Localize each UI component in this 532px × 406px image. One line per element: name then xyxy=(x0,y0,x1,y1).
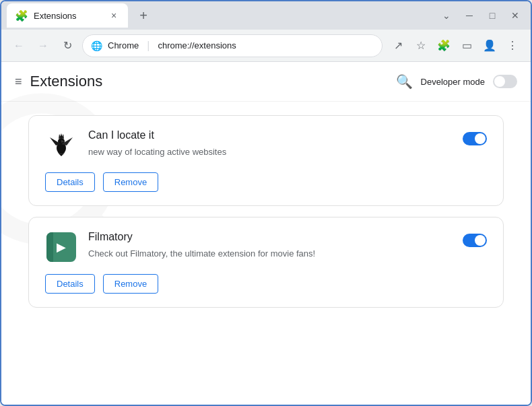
sidebar-button[interactable]: ▭ xyxy=(457,36,477,56)
extensions-button[interactable]: 🧩 xyxy=(434,36,454,56)
extension-toggle-filmatory[interactable] xyxy=(463,234,487,247)
extension-toggle-can-locate[interactable] xyxy=(463,132,487,145)
extension-card-top: Can I locate it new way of locating acti… xyxy=(45,129,487,162)
extensions-header: ≡ Extensions 🔍 Developer mode xyxy=(1,62,531,102)
toggle-switch-filmatory[interactable] xyxy=(463,234,487,247)
address-separator: | xyxy=(147,40,149,52)
address-bar[interactable]: 🌐 Chrome | chrome://extensions xyxy=(82,34,383,57)
remove-button-can-locate[interactable]: Remove xyxy=(103,172,158,192)
extension-name-can-locate: Can I locate it xyxy=(88,129,487,141)
extension-icon-filmatory xyxy=(45,231,77,263)
window-minimize-button[interactable]: ─ xyxy=(459,8,479,23)
filmatory-icon-strips xyxy=(46,232,76,262)
chrome-logo-icon: 🌐 xyxy=(91,40,102,51)
details-button-can-locate[interactable]: Details xyxy=(45,172,95,192)
toolbar-actions: ↗ ☆ 🧩 ▭ 👤 ⋮ xyxy=(388,36,523,56)
extension-card-top-filmatory: Filmatory Check out Filmatory, the ultim… xyxy=(45,231,487,263)
extensions-page: ≡ Extensions 🔍 Developer mode xyxy=(1,62,531,405)
remove-button-filmatory[interactable]: Remove xyxy=(103,274,158,294)
toggle-switch-can-locate[interactable] xyxy=(463,132,487,145)
extension-icon-can-locate xyxy=(45,129,77,162)
browser-toolbar: ← → ↻ 🌐 Chrome | chrome://extensions ↗ ☆… xyxy=(1,30,531,62)
share-button[interactable]: ↗ xyxy=(388,36,408,56)
address-url: chrome://extensions xyxy=(158,40,374,50)
tab-title: Extensions xyxy=(34,11,102,21)
extension-desc-can-locate: new way of locating active websites xyxy=(88,145,487,159)
window-close-button[interactable]: ✕ xyxy=(505,8,525,23)
window-maximize-button[interactable]: □ xyxy=(482,8,502,23)
filmatory-icon xyxy=(46,232,76,262)
refresh-button[interactable]: ↻ xyxy=(58,36,77,55)
sidebar-menu-icon[interactable]: ≡ xyxy=(15,75,22,89)
header-right-controls: 🔍 Developer mode xyxy=(396,73,517,90)
details-button-filmatory[interactable]: Details xyxy=(45,274,95,294)
browser-window: 🧩 Extensions × + ⌄ ─ □ ✕ ← → ↻ 🌐 Chrome … xyxy=(0,0,532,406)
extension-info-can-locate: Can I locate it new way of locating acti… xyxy=(88,129,487,159)
profile-button[interactable]: 👤 xyxy=(479,36,500,56)
can-locate-icon xyxy=(46,131,76,160)
browser-tab[interactable]: 🧩 Extensions × xyxy=(7,3,128,28)
extension-desc-filmatory: Check out Filmatory, the ultimate extens… xyxy=(88,247,487,261)
title-bar: 🧩 Extensions × + ⌄ ─ □ ✕ xyxy=(1,1,531,30)
forward-button[interactable]: → xyxy=(34,36,53,55)
page-title: Extensions xyxy=(30,73,396,90)
menu-button[interactable]: ⋮ xyxy=(502,36,523,56)
extension-card-filmatory: Filmatory Check out Filmatory, the ultim… xyxy=(28,217,504,308)
new-tab-button[interactable]: + xyxy=(133,5,154,26)
extension-info-filmatory: Filmatory Check out Filmatory, the ultim… xyxy=(88,231,487,261)
back-button[interactable]: ← xyxy=(9,36,28,55)
extension-card-bottom-can-locate: Details Remove xyxy=(45,172,487,192)
page-content: ≡ Extensions 🔍 Developer mode xyxy=(1,62,531,405)
window-collapse-button[interactable]: ⌄ xyxy=(436,8,457,23)
tab-close-button[interactable]: × xyxy=(108,9,120,22)
bookmark-button[interactable]: ☆ xyxy=(411,36,431,56)
extension-card-bottom-filmatory: Details Remove xyxy=(45,274,487,294)
window-controls: ⌄ ─ □ ✕ xyxy=(436,8,525,23)
chrome-label: Chrome xyxy=(108,40,139,50)
extension-card-can-locate: Can I locate it new way of locating acti… xyxy=(28,115,504,206)
extension-name-filmatory: Filmatory xyxy=(88,231,487,243)
developer-mode-label: Developer mode xyxy=(421,77,485,87)
tab-extensions-icon: 🧩 xyxy=(15,9,28,22)
developer-mode-toggle[interactable] xyxy=(493,75,517,88)
search-icon[interactable]: 🔍 xyxy=(396,73,413,90)
extensions-list: Can I locate it new way of locating acti… xyxy=(1,102,531,332)
